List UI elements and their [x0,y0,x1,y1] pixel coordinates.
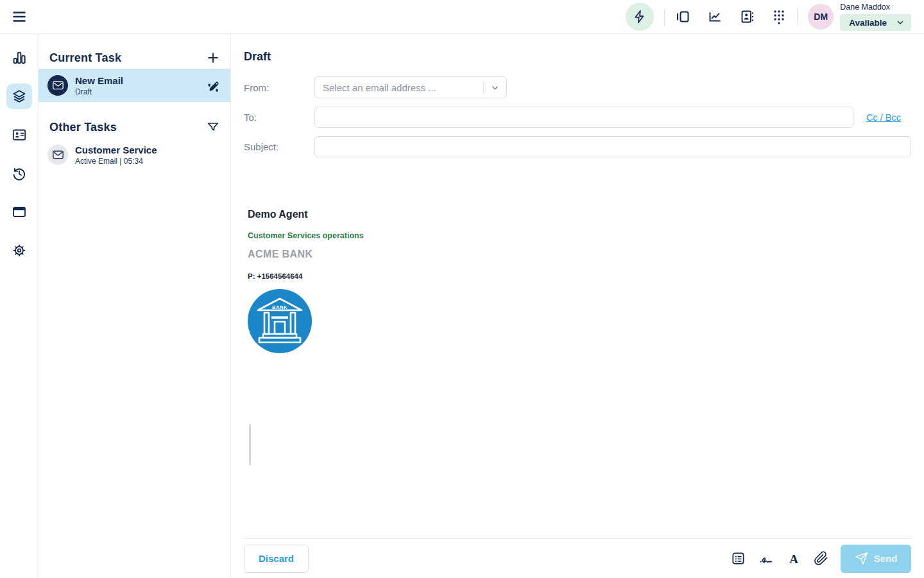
send-plane-icon [855,552,868,565]
layers-icon-selected[interactable] [0,77,38,116]
select-divider [483,81,484,94]
scrollbar-thumb[interactable] [249,424,251,466]
email-body[interactable]: Demo Agent Customer Services operations … [244,166,911,538]
user-name: Dane Maddox [840,3,890,12]
signature-icon[interactable] [758,550,774,566]
user-avatar[interactable]: DM [808,4,834,30]
to-row: To: Cc / Bcc [244,107,911,128]
status-dropdown[interactable]: Available [840,14,911,31]
add-task-icon[interactable] [206,51,220,65]
attachment-icon[interactable] [814,551,828,566]
from-placeholder: Select an email address ... [323,82,479,93]
signature-name: Demo Agent [248,209,911,220]
topbar-divider [664,8,665,25]
bank-logo: BANK [248,289,312,353]
discard-button[interactable]: Discard [244,545,309,573]
from-row: From: Select an email address ... [244,76,911,98]
line-chart-icon[interactable] [707,9,723,24]
envelope-icon [53,81,64,90]
envelope-icon [53,150,64,159]
gear-icon[interactable] [0,231,38,270]
email-avatar [47,75,68,96]
from-label: From: [244,82,314,93]
zap-icon[interactable] [626,3,654,31]
signature-company: ACME BANK [248,249,911,260]
nav-selected-highlight [6,83,32,109]
chevron-down-icon [490,83,500,92]
task-panel: Current Task New Email Draft Other Tasks [38,34,231,578]
filter-icon[interactable] [206,120,220,134]
send-label: Send [874,553,898,564]
topbar-actions: DM Dane Maddox Available [626,3,911,31]
bar-chart-icon[interactable] [0,39,38,77]
subject-input[interactable] [314,136,911,157]
history-icon[interactable] [0,154,38,193]
other-tasks-header: Other Tasks [49,121,117,134]
subject-label: Subject: [244,141,314,152]
composer-title: Draft [244,50,911,64]
task-subtitle: Active Email | 05:34 [75,157,220,166]
task-subtitle: Draft [75,87,198,96]
email-avatar [47,144,68,165]
cc-bcc-link[interactable]: Cc / Bcc [866,112,901,123]
signature-department: Customer Services operations [248,231,911,240]
chevron-down-icon [896,18,905,27]
nav-rail [0,34,38,578]
menu-icon[interactable] [12,9,27,24]
email-composer: Draft From: Select an email address ... … [231,34,924,578]
from-select[interactable]: Select an email address ... [314,76,507,98]
send-button[interactable]: Send [841,545,911,573]
window-icon[interactable] [0,193,38,231]
template-list-icon[interactable] [731,551,746,566]
signature-phone: P: +1564564644 [248,272,911,280]
status-label: Available [849,18,887,28]
directory-icon[interactable] [739,9,755,24]
svg-text:A: A [789,552,798,565]
top-bar: DM Dane Maddox Available [0,0,924,34]
to-label: To: [244,112,314,123]
svg-text:BANK: BANK [272,304,287,310]
task-row-new-email[interactable]: New Email Draft [38,69,230,102]
task-row-customer-service[interactable]: Customer Service Active Email | 05:34 [38,138,230,171]
current-task-header: Current Task [49,51,121,65]
compose-pen-icon[interactable] [205,78,220,93]
topbar-divider [797,8,798,25]
contact-card-icon[interactable] [0,116,38,154]
subject-row: Subject: [244,136,911,157]
panels-icon[interactable] [675,9,690,24]
composer-footer: Discard A [244,538,911,578]
to-input[interactable] [314,107,853,128]
dialpad-icon[interactable] [771,8,787,25]
task-title: New Email [75,75,198,86]
task-title: Customer Service [75,144,220,155]
text-format-icon[interactable]: A [786,551,801,566]
